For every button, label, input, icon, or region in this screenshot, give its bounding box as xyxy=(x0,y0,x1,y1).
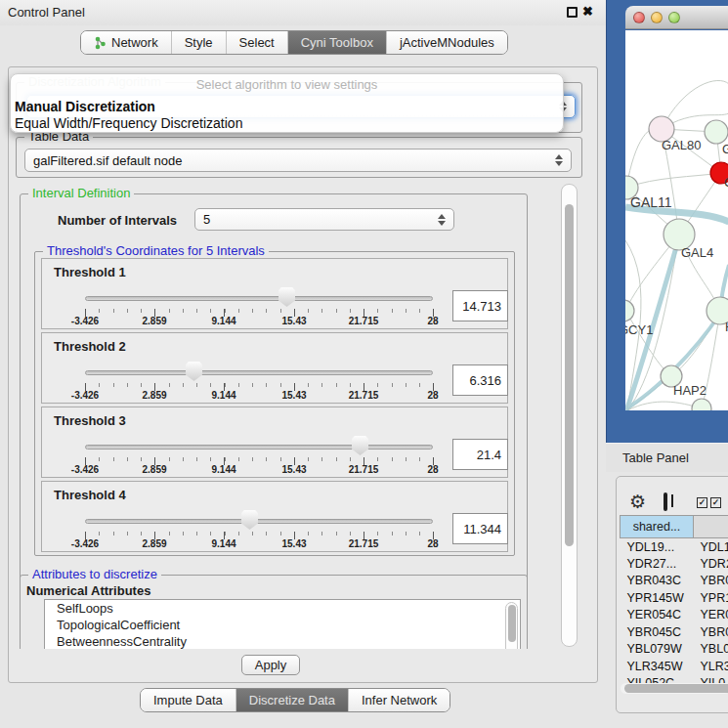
tab-select[interactable]: Select xyxy=(226,31,287,54)
table-row[interactable]: YLR345WYLR3 xyxy=(621,658,728,675)
tick-label: 2.859 xyxy=(142,390,166,401)
tick-label: -3.426 xyxy=(71,390,99,401)
list-item[interactable]: BetweennessCentrality xyxy=(45,633,520,649)
algorithm-popup: Select algorithm to view settings Manual… xyxy=(10,73,564,133)
network-canvas[interactable]: GAL80 GA C GAL11 GAL4 GCY1 H HAP2 xyxy=(625,30,728,410)
tick-label: 2.859 xyxy=(142,316,166,326)
threshold-1-slider-thumb[interactable] xyxy=(278,287,295,307)
float-window-icon[interactable] xyxy=(567,7,578,18)
node-label-gal4: GAL4 xyxy=(681,245,713,260)
threshold-1-label: Threshold 1 xyxy=(54,265,126,279)
numerical-attributes-list: SelfLoops TopologicalCoefficient Between… xyxy=(44,599,521,649)
list-item[interactable]: SelfLoops xyxy=(45,600,520,617)
table-row[interactable]: YPR145WYPR1 xyxy=(621,589,728,607)
network-node[interactable] xyxy=(705,120,728,144)
threshold-4-value-field[interactable]: 11.344 xyxy=(452,513,508,544)
list-item[interactable]: TopologicalCoefficient xyxy=(45,617,520,633)
popup-option-manual[interactable]: Manual Discretization xyxy=(15,99,556,114)
slider-ticks xyxy=(85,532,434,535)
column-header-name[interactable]: na... xyxy=(694,516,728,538)
tab-cyni-toolbox-label: Cyni Toolbox xyxy=(301,35,373,50)
attributes-list-scrollbar[interactable] xyxy=(505,602,518,649)
table-row[interactable]: YDL19...YDL1 xyxy=(621,538,728,556)
tick-label: 21.715 xyxy=(349,538,379,549)
table-horizontal-scrollbar[interactable] xyxy=(621,683,728,694)
table-row[interactable]: YER054CYER0 xyxy=(621,607,728,624)
table-panel-title: Table Panel xyxy=(622,450,689,465)
column-layout-icon[interactable] xyxy=(664,492,667,511)
tab-jactivemnodules[interactable]: jActiveMNodules xyxy=(386,31,507,54)
zoom-traffic-light-icon[interactable] xyxy=(668,12,680,23)
tab-cyni-toolbox[interactable]: Cyni Toolbox xyxy=(287,31,386,54)
combo-arrows-icon xyxy=(555,154,563,166)
tab-network-label: Network xyxy=(111,35,158,50)
interval-definition-title: Interval Definition xyxy=(28,186,134,200)
tab-impute-data[interactable]: Impute Data xyxy=(141,689,236,711)
tab-infer-network[interactable]: Infer Network xyxy=(348,689,450,711)
number-of-intervals-label: Number of Intervals xyxy=(58,213,177,228)
tab-discretize-data[interactable]: Discretize Data xyxy=(236,689,348,711)
network-icon xyxy=(94,36,107,50)
network-node[interactable] xyxy=(625,300,634,321)
node-label-partial-g: GA xyxy=(722,142,728,156)
top-tab-bar: Network Style Select Cyni Toolbox jActiv… xyxy=(80,30,508,55)
network-window-titlebar[interactable] xyxy=(625,6,728,29)
tick-label: 28 xyxy=(427,316,438,326)
attributes-group: Attributes to discretize Numerical Attri… xyxy=(20,575,528,649)
network-graph: GAL80 GA C GAL11 GAL4 GCY1 H HAP2 xyxy=(625,30,728,410)
checkbox-icon[interactable]: ✓ xyxy=(697,497,707,508)
threshold-4-slider-track[interactable] xyxy=(85,519,433,524)
tab-style[interactable]: Style xyxy=(171,31,226,54)
tab-select-label: Select xyxy=(239,35,275,50)
checkbox-icon[interactable]: ✓ xyxy=(710,497,721,508)
node-attribute-table: shared... na... YDL19...YDL1 YDR27...YDR… xyxy=(620,515,728,692)
table-data-combo[interactable]: galFiltered.sif default node xyxy=(24,149,572,172)
table-panel-titlebar: Table Panel xyxy=(606,443,728,472)
popup-option-equal-width[interactable]: Equal Width/Frequency Discretization xyxy=(15,115,556,131)
tick-label: -3.426 xyxy=(71,538,99,549)
tab-infer-network-label: Infer Network xyxy=(362,693,437,707)
minimize-traffic-light-icon[interactable] xyxy=(651,12,663,23)
threshold-2-value-field[interactable]: 6.316 xyxy=(452,364,508,396)
threshold-2-panel: Threshold 2 -3.426 2.859 9.144 15.43 21.… xyxy=(41,332,508,404)
bottom-tab-bar: Impute Data Discretize Data Infer Networ… xyxy=(140,688,450,712)
close-traffic-light-icon[interactable] xyxy=(633,12,645,23)
tick-label: 9.144 xyxy=(211,316,236,326)
network-node[interactable] xyxy=(692,399,711,410)
control-panel-titlebar: Control Panel ✖ xyxy=(0,0,606,25)
threshold-coordinates-title: Threshold's Coordinates for 5 Intervals xyxy=(43,243,269,258)
node-label-gal11: GAL11 xyxy=(630,194,672,210)
table-row[interactable]: YDR27...YDR2 xyxy=(621,555,728,573)
tab-impute-data-label: Impute Data xyxy=(153,693,223,707)
column-header-shared-name[interactable]: shared... xyxy=(621,516,694,538)
table-row[interactable]: YBR043CYBR0 xyxy=(621,573,728,590)
threshold-2-slider-thumb[interactable] xyxy=(186,362,202,381)
threshold-2-slider-track[interactable] xyxy=(85,370,433,375)
tick-label: 9.144 xyxy=(211,390,236,401)
tick-label: 21.715 xyxy=(349,316,379,326)
popup-hint: Select algorithm to view settings xyxy=(11,77,563,92)
threshold-4-slider-thumb[interactable] xyxy=(241,510,258,530)
threshold-1-value-field[interactable]: 14.713 xyxy=(452,290,508,321)
table-panel-box: ⚙ ✓ ✓ shared... na... YDL19...YDL1 YDR27… xyxy=(616,476,728,713)
number-of-intervals-combo[interactable]: 5 xyxy=(194,208,454,231)
table-data-group: Table Data galFiltered.sif default node xyxy=(16,137,582,178)
apply-button[interactable]: Apply xyxy=(241,655,300,675)
number-of-intervals-value: 5 xyxy=(203,212,210,227)
threshold-3-value-field[interactable]: 21.4 xyxy=(452,439,508,470)
combo-arrows-icon xyxy=(438,214,446,226)
threshold-1-slider-track[interactable] xyxy=(85,296,433,301)
tab-jactivemnodules-label: jActiveMNodules xyxy=(400,35,494,50)
threshold-3-slider-thumb[interactable] xyxy=(352,436,368,455)
threshold-4-panel: Threshold 4 -3.426 2.859 9.144 15.43 21.… xyxy=(41,481,508,552)
gear-icon[interactable]: ⚙ xyxy=(629,492,646,511)
settings-scrollbar[interactable] xyxy=(561,184,578,647)
tick-label: 15.43 xyxy=(281,316,306,326)
tick-label: 2.859 xyxy=(142,538,166,549)
table-row[interactable]: YBL079WYBL0 xyxy=(621,641,728,659)
threshold-3-slider-track[interactable] xyxy=(85,445,433,450)
close-icon[interactable]: ✖ xyxy=(582,4,593,15)
table-row[interactable]: YBR045CYBR0 xyxy=(621,623,728,641)
tab-network[interactable]: Network xyxy=(81,31,171,54)
network-desktop: GAL80 GA C GAL11 GAL4 GCY1 H HAP2 xyxy=(606,0,728,443)
